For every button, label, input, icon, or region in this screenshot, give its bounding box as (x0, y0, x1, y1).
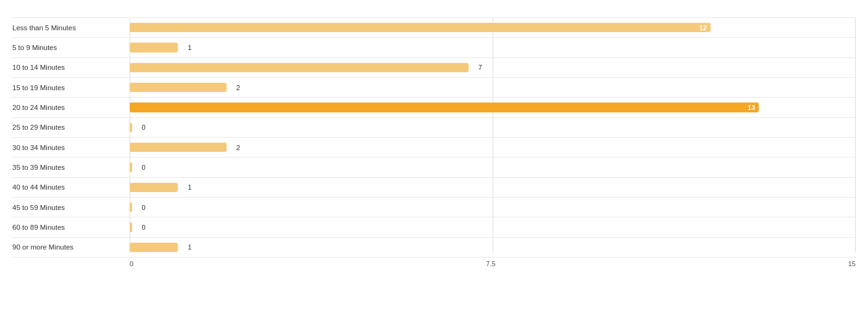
bar-area: 12 (130, 20, 856, 35)
bar-area: 0 (130, 219, 856, 235)
row-label: 45 to 59 Minutes (12, 204, 130, 211)
bar-area: 1 (130, 240, 856, 255)
rows-area: Less than 5 Minutes125 to 9 Minutes110 t… (12, 17, 856, 258)
bar-row: 20 to 24 Minutes13 (12, 98, 856, 117)
bar: 0 (130, 162, 132, 172)
row-label: 10 to 14 Minutes (12, 64, 130, 71)
bar: 0 (130, 222, 132, 232)
bar: 0 (130, 203, 132, 212)
bar-area: 2 (130, 140, 856, 155)
bar-row: 30 to 34 Minutes2 (12, 138, 856, 157)
bar-area: 0 (130, 159, 856, 175)
bar: 2 (130, 143, 227, 152)
bar-area: 0 (130, 120, 856, 135)
row-label: 20 to 24 Minutes (12, 104, 130, 111)
bar-value-label: 1 (188, 243, 191, 251)
chart-body: Less than 5 Minutes125 to 9 Minutes110 t… (12, 17, 856, 267)
bar-value-label: 1 (188, 183, 191, 191)
bar-value-label: 13 (748, 104, 755, 111)
bar-area: 1 (130, 180, 856, 195)
bar-value-label: 0 (141, 124, 145, 131)
bar-value-label: 7 (478, 64, 482, 71)
row-label: 60 to 89 Minutes (12, 224, 130, 231)
bar-value-label: 0 (141, 164, 145, 171)
row-label: 30 to 34 Minutes (12, 144, 130, 151)
bar-row: 45 to 59 Minutes0 (12, 198, 856, 217)
bar-row: 90 or more Minutes1 (12, 238, 856, 258)
bar-row: 40 to 44 Minutes1 (12, 178, 856, 198)
bar-area: 0 (130, 199, 856, 215)
bar-value-label: 2 (236, 144, 240, 151)
bar-value-label: 12 (699, 24, 707, 31)
bar: 12 (130, 23, 711, 32)
bar: 2 (130, 83, 227, 92)
bar-row: 25 to 29 Minutes0 (12, 118, 856, 138)
bar-row: 35 to 39 Minutes0 (12, 157, 856, 177)
x-axis-label: 7.5 (486, 260, 495, 267)
chart-container: Less than 5 Minutes125 to 9 Minutes110 t… (0, 0, 868, 323)
row-label: Less than 5 Minutes (12, 24, 130, 31)
row-label: 90 or more Minutes (12, 243, 130, 251)
bar: 7 (130, 63, 469, 72)
row-label: 40 to 44 Minutes (12, 183, 130, 191)
bar-value-label: 0 (141, 224, 145, 231)
bar-row: 15 to 19 Minutes2 (12, 78, 856, 98)
bar-area: 1 (130, 40, 856, 55)
bar: 1 (130, 183, 178, 192)
bar-row: 10 to 14 Minutes7 (12, 58, 856, 78)
bar-area: 7 (130, 60, 856, 75)
bar-row: 5 to 9 Minutes1 (12, 38, 856, 57)
bar: 0 (130, 123, 132, 132)
bar-value-label: 1 (188, 44, 191, 51)
bar: 13 (130, 103, 759, 112)
bar-row: Less than 5 Minutes12 (12, 17, 856, 38)
x-axis: 07.515 (130, 260, 856, 267)
bar-value-label: 0 (141, 204, 145, 211)
x-axis-label: 0 (130, 260, 133, 267)
x-axis-label: 15 (848, 260, 856, 267)
row-label: 15 to 19 Minutes (12, 84, 130, 91)
bar: 1 (130, 243, 178, 252)
bar-row: 60 to 89 Minutes0 (12, 217, 856, 237)
row-label: 5 to 9 Minutes (12, 44, 130, 51)
bar-value-label: 2 (236, 84, 240, 91)
bar-area: 13 (130, 99, 856, 115)
row-label: 25 to 29 Minutes (12, 124, 130, 131)
row-label: 35 to 39 Minutes (12, 164, 130, 171)
bar: 1 (130, 43, 178, 52)
bar-area: 2 (130, 80, 856, 95)
